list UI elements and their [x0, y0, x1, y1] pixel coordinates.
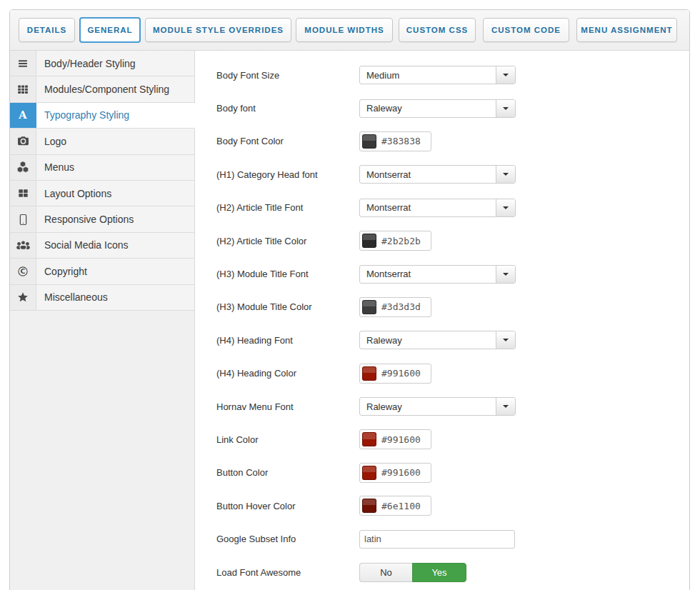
select-dropdown-button[interactable]: [496, 199, 515, 216]
field-label: (H1) Category Head font: [216, 169, 359, 180]
select-value: Raleway: [360, 103, 402, 114]
toggle-option-no[interactable]: No: [359, 563, 412, 582]
h1-category-head-font-select[interactable]: Montserrat: [359, 165, 516, 184]
sidebar-item-label: Menus: [36, 155, 74, 180]
form-row-hornav-menu-font: Hornav Menu Font Raleway: [195, 390, 689, 423]
field-label: Link Color: [216, 434, 359, 445]
h4-heading-color-picker[interactable]: #991600: [359, 364, 431, 384]
select-value: Raleway: [360, 401, 402, 412]
caret-down-icon: [503, 173, 509, 176]
panel-body: Body/Header Styling Modules/Component St…: [10, 51, 689, 590]
field-label: (H4) Heading Color: [216, 368, 359, 379]
copyright-icon: C: [10, 259, 36, 284]
form-row-h3-module-title-font: (H3) Module Title Font Montserrat: [195, 257, 689, 290]
h2-article-title-font-select[interactable]: Montserrat: [359, 199, 516, 217]
tab-custom-css[interactable]: CUSTOM CSS: [399, 18, 476, 42]
field-label: Hornav Menu Font: [216, 401, 359, 412]
toggle-option-yes[interactable]: Yes: [412, 563, 466, 582]
tab-module-style-overrides[interactable]: MODULE STYLE OVERRIDES: [145, 18, 291, 42]
select-value: Medium: [360, 70, 399, 81]
sidebar-item-typography-styling[interactable]: A Typography Styling: [10, 103, 195, 129]
settings-panel: DETAILS GENERAL MODULE STYLE OVERRIDES M…: [9, 9, 690, 590]
users-icon: [10, 233, 36, 258]
sidebar-item-modules-component-styling[interactable]: Modules/Component Styling: [10, 76, 195, 102]
select-dropdown-button[interactable]: [496, 331, 515, 349]
tab-bar: DETAILS GENERAL MODULE STYLE OVERRIDES M…: [10, 10, 689, 51]
select-dropdown-button[interactable]: [496, 398, 515, 415]
h2-article-title-color-picker[interactable]: #2b2b2b: [359, 231, 431, 251]
caret-down-icon: [503, 107, 509, 110]
color-hex-value: #991600: [381, 434, 421, 445]
select-dropdown-button[interactable]: [496, 166, 515, 183]
form-row-body-font: Body font Raleway: [195, 91, 689, 124]
camera-icon: [10, 129, 36, 154]
form-row-load-font-awesome: Load Font Awesome No Yes: [195, 556, 689, 589]
field-label: (H3) Module Title Font: [216, 269, 359, 279]
grid-icon: [10, 76, 36, 101]
tab-general[interactable]: GENERAL: [79, 17, 141, 43]
color-hex-value: #383838: [381, 136, 421, 146]
sidebar-item-label: Body/Header Styling: [36, 51, 136, 76]
color-hex-value: #991600: [381, 368, 421, 379]
sidebar-item-responsive-options[interactable]: Responsive Options: [10, 206, 195, 232]
sidebar-item-label: Social Media Icons: [36, 233, 129, 258]
sidebar-item-label: Typography Styling: [36, 103, 129, 128]
h3-module-title-color-picker[interactable]: #3d3d3d: [359, 297, 431, 317]
link-color-picker[interactable]: #991600: [359, 429, 431, 449]
google-subset-info-input[interactable]: [359, 530, 515, 549]
tab-menu-assignment[interactable]: MENU ASSIGNMENT: [576, 18, 677, 42]
svg-text:A: A: [18, 109, 27, 121]
body-font-size-select[interactable]: Medium: [359, 66, 516, 84]
sidebar-item-label: Layout Options: [36, 181, 111, 206]
h3-module-title-font-select[interactable]: Montserrat: [359, 265, 516, 284]
field-label: Body Font Color: [216, 136, 359, 146]
field-label: Body font: [216, 103, 359, 114]
form-row-google-subset-info: Google Subset Info: [195, 522, 689, 555]
sidebar-item-label: Miscellaneous: [36, 285, 108, 310]
sidebar-item-miscellaneous[interactable]: Miscellaneous: [10, 285, 195, 311]
select-dropdown-button[interactable]: [496, 100, 515, 117]
form-row-button-color: Button Color #991600: [195, 456, 689, 489]
color-swatch: [362, 466, 376, 480]
select-value: Montserrat: [360, 202, 411, 213]
bars-icon: [10, 51, 36, 76]
sidebar-item-label: Logo: [36, 129, 66, 154]
form-row-link-color: Link Color #991600: [195, 423, 689, 456]
settings-form: Body Font Size Medium Body font Raleway …: [195, 51, 689, 590]
h4-heading-font-select[interactable]: Raleway: [359, 331, 516, 349]
button-color-picker[interactable]: #991600: [359, 463, 431, 483]
sidebar: Body/Header Styling Modules/Component St…: [10, 51, 195, 590]
form-row-body-font-color: Body Font Color #383838: [195, 125, 689, 158]
select-dropdown-button[interactable]: [496, 66, 515, 84]
sidebar-item-body-header-styling[interactable]: Body/Header Styling: [10, 51, 195, 76]
tab-details[interactable]: DETAILS: [19, 18, 75, 42]
svg-text:C: C: [21, 267, 26, 275]
field-label: (H4) Heading Font: [216, 335, 359, 346]
field-label: Google Subset Info: [216, 534, 359, 544]
caret-down-icon: [503, 405, 509, 408]
hornav-menu-font-select[interactable]: Raleway: [359, 397, 516, 416]
tab-module-widths[interactable]: MODULE WIDTHS: [296, 18, 393, 42]
body-font-color-picker[interactable]: #383838: [359, 131, 431, 151]
sidebar-item-social-media-icons[interactable]: Social Media Icons: [10, 233, 195, 259]
sidebar-item-copyright[interactable]: C Copyright: [10, 259, 195, 284]
sidebar-item-layout-options[interactable]: Layout Options: [10, 181, 195, 206]
form-row-button-hover-color: Button Hover Color #6e1100: [195, 489, 689, 522]
form-row-body-font-size: Body Font Size Medium: [195, 59, 689, 91]
load-font-awesome-toggle: No Yes: [359, 563, 466, 582]
tab-custom-code[interactable]: CUSTOM CODE: [483, 18, 569, 42]
form-row-h1-category-head-font: (H1) Category Head font Montserrat: [195, 158, 689, 191]
select-dropdown-button[interactable]: [496, 266, 515, 283]
field-label: Body Font Size: [216, 70, 359, 81]
form-row-h3-module-title-color: (H3) Module Title Color #3d3d3d: [195, 291, 689, 324]
sidebar-item-logo[interactable]: Logo: [10, 129, 195, 154]
body-font-select[interactable]: Raleway: [359, 99, 516, 118]
field-label: Button Color: [216, 467, 359, 478]
button-hover-color-picker[interactable]: #6e1100: [359, 496, 431, 516]
color-swatch: [362, 432, 376, 446]
sidebar-item-menus[interactable]: Menus: [10, 155, 195, 181]
field-label: Load Font Awesome: [216, 567, 359, 578]
color-swatch: [362, 300, 376, 314]
tablet-icon: [10, 206, 36, 231]
star-icon: [10, 285, 36, 310]
